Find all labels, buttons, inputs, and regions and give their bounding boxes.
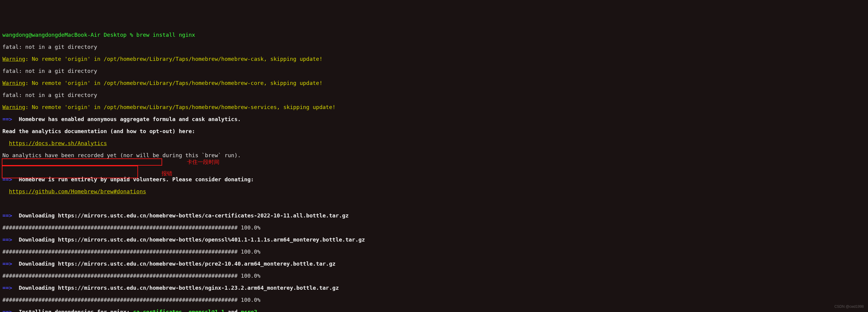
arrow-icon: ==> bbox=[2, 261, 12, 267]
warning-label: Warning bbox=[2, 56, 25, 62]
annotation-text-error: 报错 bbox=[161, 170, 173, 176]
progress-bar: ########################################… bbox=[2, 273, 866, 279]
dep-name: ca-certificates bbox=[133, 309, 182, 312]
arrow-icon: ==> bbox=[2, 176, 12, 182]
analytics-url[interactable]: https://docs.brew.sh/Analytics bbox=[9, 140, 107, 146]
fatal-text: fatal: not in a git directory bbox=[2, 68, 866, 74]
analytics-none: No analytics have been recorded yet (nor… bbox=[2, 152, 866, 159]
analytics-read: Read the analytics documentation (and ho… bbox=[2, 128, 866, 134]
prompt-user-host: wangdong@wangdongdeMacBook-Air Desktop %… bbox=[2, 32, 195, 38]
donate-url[interactable]: https://github.com/Homebrew/brew#donatio… bbox=[9, 188, 146, 195]
fatal-text: fatal: not in a git directory bbox=[2, 44, 866, 50]
watermark: CSDN @cwd1998 bbox=[834, 304, 864, 310]
annotation-text-stuck: 卡住一段时间 bbox=[187, 159, 219, 165]
arrow-icon: ==> bbox=[2, 285, 12, 291]
donate-head: Homebrew is run entirely by unpaid volun… bbox=[19, 176, 254, 182]
deps-label: Installing dependencies for nginx: bbox=[19, 309, 133, 312]
warning-label: Warning bbox=[2, 80, 25, 86]
warning-text: : No remote 'origin' in /opt/homebrew/Li… bbox=[25, 56, 322, 62]
warning-text: : No remote 'origin' in /opt/homebrew/Li… bbox=[25, 80, 322, 86]
arrow-icon: ==> bbox=[2, 212, 12, 219]
dep-name: pcre2 bbox=[241, 309, 257, 312]
download-text: Downloading https://mirrors.ustc.edu.cn/… bbox=[19, 212, 349, 219]
warning-label: Warning bbox=[2, 104, 25, 110]
download-text: Downloading https://mirrors.ustc.edu.cn/… bbox=[19, 261, 336, 267]
fatal-text: fatal: not in a git directory bbox=[2, 92, 866, 98]
progress-bar: ########################################… bbox=[2, 297, 866, 303]
arrow-icon: ==> bbox=[2, 236, 12, 243]
arrow-icon: ==> bbox=[2, 116, 12, 122]
terminal-output[interactable]: wangdong@wangdongdeMacBook-Air Desktop %… bbox=[2, 26, 866, 312]
download-text: Downloading https://mirrors.ustc.edu.cn/… bbox=[19, 285, 339, 291]
warning-text: : No remote 'origin' in /opt/homebrew/Li… bbox=[25, 104, 336, 110]
download-text: Downloading https://mirrors.ustc.edu.cn/… bbox=[19, 236, 365, 243]
analytics-head: Homebrew has enabled anonymous aggregate… bbox=[19, 116, 241, 122]
dep-name: openssl@1.1 bbox=[189, 309, 224, 312]
progress-bar: ########################################… bbox=[2, 225, 866, 231]
progress-bar: ########################################… bbox=[2, 249, 866, 255]
arrow-icon: ==> bbox=[2, 309, 12, 312]
